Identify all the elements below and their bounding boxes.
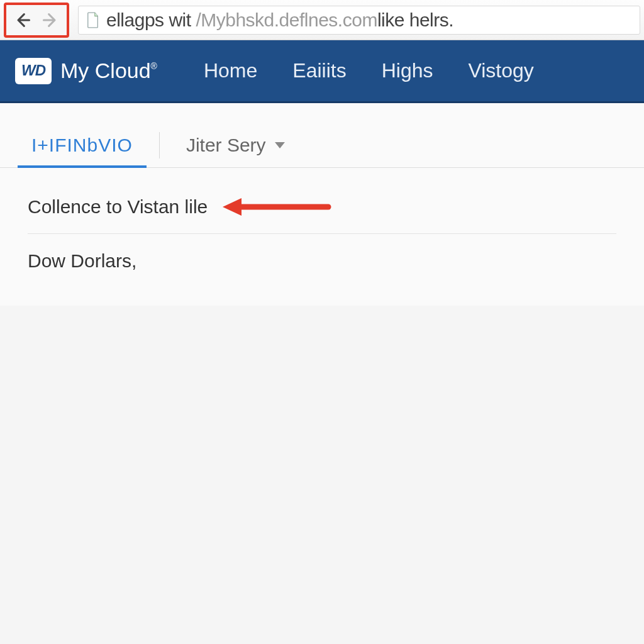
nav-vistogy[interactable]: Vistogy [468, 59, 533, 82]
chevron-down-icon [275, 142, 285, 148]
app-header: WD My Cloud® Home Eaiiits Highs Vistogy [0, 40, 644, 103]
forward-button[interactable] [38, 8, 63, 33]
tab-ifinbvio[interactable]: I+IFINbVIO [18, 128, 147, 167]
content-line-1-row: Collence to Vistan lile [28, 186, 616, 234]
page-icon [86, 12, 100, 28]
tab-active-label: I+IFINbVIO [31, 135, 133, 156]
content-line-1[interactable]: Collence to Vistan lile [28, 196, 208, 218]
wd-logo-icon: WD [15, 58, 52, 84]
brand-label: My Cloud [60, 58, 151, 82]
tab-strip: I+IFINbVIO Jiter Sery [0, 103, 644, 168]
address-mid: /Mybhskd.deflnes.com [196, 9, 377, 30]
address-suffix: like helrs. [377, 9, 453, 30]
address-prefix: ellagps wit [106, 9, 196, 30]
content-area: Collence to Vistan lile Dow Dorlars, [0, 168, 644, 306]
brand-text: My Cloud® [60, 58, 157, 83]
annotation-arrow [220, 194, 333, 219]
address-bar[interactable]: ellagps wit /Mybhskd.deflnes.comlike hel… [78, 6, 640, 35]
nav-buttons-highlight [4, 3, 69, 38]
address-text: ellagps wit /Mybhskd.deflnes.comlike hel… [106, 9, 453, 31]
brand[interactable]: WD My Cloud® [15, 58, 157, 84]
nav-home[interactable]: Home [204, 59, 257, 82]
arrow-right-icon [42, 11, 59, 29]
arrow-left-annotation-icon [220, 194, 333, 219]
tab-jiter-sery[interactable]: Jiter Sery [172, 128, 299, 167]
tab-separator [159, 132, 160, 158]
primary-nav: Home Eaiiits Highs Vistogy [204, 59, 534, 82]
svg-marker-1 [223, 198, 242, 216]
arrow-left-icon [14, 11, 31, 29]
tab-dropdown-label: Jiter Sery [186, 135, 266, 156]
nav-eaiiits[interactable]: Eaiiits [292, 59, 346, 82]
back-button[interactable] [10, 8, 35, 33]
nav-highs[interactable]: Highs [382, 59, 433, 82]
content-line-2: Dow Dorlars, [28, 234, 616, 288]
browser-toolbar: ellagps wit /Mybhskd.deflnes.comlike hel… [0, 0, 644, 40]
